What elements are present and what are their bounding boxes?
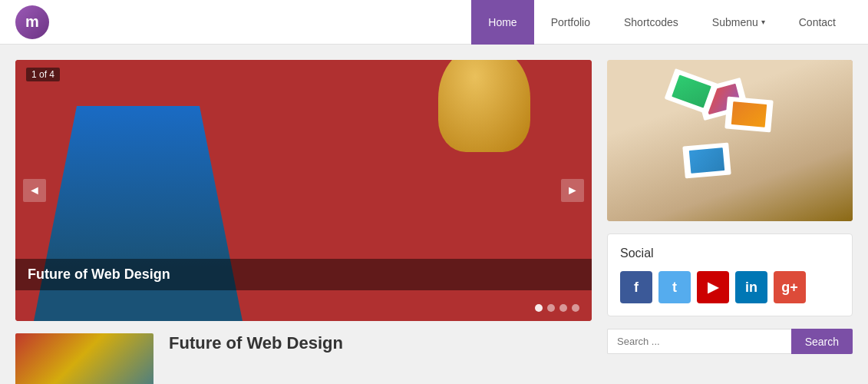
- sidebar-image: [607, 60, 853, 221]
- youtube-icon[interactable]: ▶: [697, 271, 729, 303]
- slider-prev-button[interactable]: ◄: [23, 179, 46, 202]
- article-title: Future of Web Design: [169, 333, 343, 353]
- social-box: Social f t ▶ in g+: [607, 233, 853, 316]
- right-column: Social f t ▶ in g+ Search: [607, 60, 853, 384]
- facebook-icon[interactable]: f: [620, 271, 652, 303]
- slider-dot-1[interactable]: [535, 304, 543, 312]
- nav-item-submenu[interactable]: Submenu ▾: [695, 0, 782, 45]
- nav-item-home[interactable]: Home: [471, 0, 533, 45]
- nav-item-contact[interactable]: Contact: [782, 0, 853, 45]
- submenu-arrow-icon: ▾: [761, 18, 765, 26]
- search-bar: Search: [607, 329, 853, 354]
- article-preview: Future of Web Design: [15, 333, 592, 384]
- logo[interactable]: m: [15, 5, 49, 39]
- main-content: 1 of 4 ◄ ► Future of Web Design Future o…: [0, 45, 868, 384]
- photo-card-3: [682, 142, 731, 178]
- linkedin-icon[interactable]: in: [735, 271, 767, 303]
- nav-item-portfolio[interactable]: Portfolio: [534, 0, 607, 45]
- slider-next-button[interactable]: ►: [561, 179, 584, 202]
- left-column: 1 of 4 ◄ ► Future of Web Design Future o…: [15, 60, 592, 384]
- photo-card-inner-3: [689, 147, 724, 174]
- slider-counter: 1 of 4: [26, 68, 60, 81]
- slider-dot-3[interactable]: [559, 304, 567, 312]
- photo-card-2: [724, 96, 773, 132]
- twitter-icon[interactable]: t: [658, 271, 691, 303]
- slider-dot-4[interactable]: [572, 304, 579, 312]
- article-thumbnail: [15, 333, 153, 384]
- search-button[interactable]: Search: [791, 329, 853, 354]
- slider-dot-2[interactable]: [547, 304, 555, 312]
- photo-card-inner-4: [672, 74, 711, 108]
- nav-item-shortcodes[interactable]: Shortcodes: [607, 0, 695, 45]
- slider-trumpet: [438, 60, 530, 152]
- search-input[interactable]: [607, 329, 791, 354]
- photo-card-inner-2: [731, 101, 767, 127]
- header: m Home Portfolio Shortcodes Submenu ▾ Co…: [0, 0, 868, 45]
- image-slider: 1 of 4 ◄ ► Future of Web Design: [15, 60, 592, 321]
- article-text: Future of Web Design: [169, 333, 343, 353]
- googleplus-icon[interactable]: g+: [774, 271, 806, 303]
- main-nav: Home Portfolio Shortcodes Submenu ▾ Cont…: [471, 0, 853, 45]
- social-title: Social: [620, 247, 840, 260]
- slider-dots: [535, 304, 579, 312]
- social-icons: f t ▶ in g+: [620, 271, 840, 303]
- slider-caption: Future of Web Design: [15, 259, 592, 290]
- photo-hands-visual: [607, 60, 853, 221]
